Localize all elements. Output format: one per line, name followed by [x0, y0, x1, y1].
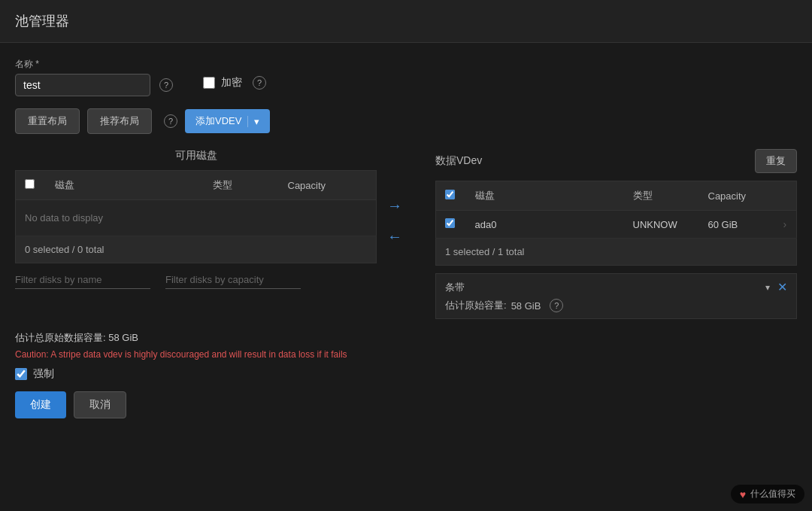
name-label: 名称 *: [15, 58, 173, 71]
two-panel: 可用磁盘 磁盘 类型 Capacity No d: [15, 149, 797, 319]
right-col-type-header: 类型: [624, 181, 699, 211]
right-col-capacity-header: Capacity: [699, 181, 774, 211]
no-data-row: No data to display: [16, 200, 377, 236]
name-field-group: 名称 * ?: [15, 58, 173, 96]
vdev-estimate-label: 估计原始容量:: [445, 299, 507, 312]
right-panel-title: 数据VDev: [435, 154, 482, 168]
right-selected-count: 1 selected / 1 total: [445, 246, 525, 257]
right-col-checkbox-header: [436, 181, 466, 211]
available-disks-table: 磁盘 类型 Capacity No data to display: [15, 170, 377, 236]
name-input[interactable]: [15, 74, 150, 96]
move-left-button[interactable]: ←: [384, 225, 405, 248]
create-button[interactable]: 创建: [15, 391, 66, 418]
arrow-column: → ←: [377, 194, 413, 248]
vdev-disk-row: ada0 UNKNOW 60 GiB ›: [436, 211, 797, 239]
left-selected-count: 0 selected / 0 total: [25, 244, 105, 255]
left-panel-header: 可用磁盘: [15, 149, 377, 163]
vdev-estimate-row: 估计原始容量: 58 GiB ?: [445, 299, 787, 312]
left-col-capacity-header: Capacity: [279, 171, 354, 200]
vdev-estimate-help-icon[interactable]: ?: [550, 299, 563, 312]
reset-button[interactable]: 重复: [755, 149, 797, 173]
filter-capacity-input[interactable]: [165, 271, 301, 289]
vdev-sub-section: 条带 ▾ ✕ 估计原始容量: 58 GiB ?: [435, 273, 797, 319]
estimate-total-row: 估计总原始数据容量: 58 GiB: [15, 331, 797, 345]
left-col-type-header: 类型: [204, 171, 279, 200]
left-col-action-header: [354, 171, 377, 200]
force-label: 强制: [33, 367, 54, 381]
recommend-layout-button[interactable]: 推荐布局: [87, 108, 152, 134]
left-select-all-checkbox[interactable]: [25, 179, 35, 189]
encrypt-checkbox[interactable]: [203, 77, 215, 89]
add-vdev-dropdown-arrow[interactable]: ▾: [247, 116, 259, 127]
right-panel-header: 数据VDev 重复: [435, 149, 797, 173]
right-panel: 数据VDev 重复 磁盘 类型 Capacity: [435, 149, 797, 319]
filter-row: [15, 271, 377, 289]
vdev-type-row: 条带 ▾ ✕: [445, 280, 787, 294]
estimate-total-label: 估计总原始数据容量:: [15, 332, 106, 343]
vdev-row-disk-cell: ada0: [466, 211, 624, 239]
move-right-button[interactable]: →: [384, 194, 405, 217]
left-col-disk-header: 磁盘: [46, 171, 204, 200]
page-title: 池管理器: [0, 0, 812, 43]
vdev-estimate-value: 58 GiB: [511, 300, 541, 312]
vdev-disks-table: 磁盘 类型 Capacity ada0 UNKNOW 60 GiB: [435, 181, 797, 239]
vdev-row-checkbox[interactable]: [445, 218, 455, 228]
encrypt-row: 加密 ?: [203, 76, 266, 90]
no-data-cell: No data to display: [16, 200, 377, 236]
force-checkbox[interactable]: [15, 368, 27, 380]
name-help-icon[interactable]: ?: [159, 78, 173, 92]
cancel-button[interactable]: 取消: [74, 391, 126, 418]
recommend-help-icon[interactable]: ?: [164, 114, 177, 128]
vdev-row-capacity-cell: 60 GiB: [699, 211, 774, 239]
left-col-checkbox-header: [16, 171, 46, 200]
encrypt-help-icon[interactable]: ?: [253, 76, 266, 90]
right-col-disk-header: 磁盘: [466, 181, 624, 211]
vdev-type-dropdown-icon[interactable]: ▾: [765, 282, 770, 293]
force-row: 强制: [15, 367, 797, 381]
right-selection-bar: 1 selected / 1 total: [435, 239, 797, 266]
reset-layout-button[interactable]: 重置布局: [15, 108, 80, 134]
vdev-row-chevron-cell[interactable]: ›: [774, 211, 797, 239]
watermark-icon: ♥: [740, 488, 746, 500]
right-col-action-header: [774, 181, 797, 211]
caution-text: Caution: A stripe data vdev is highly di…: [15, 349, 797, 360]
vdev-row-type-cell: UNKNOW: [624, 211, 699, 239]
left-selection-bar: 0 selected / 0 total: [15, 236, 377, 263]
toolbar-row: 重置布局 推荐布局 ? 添加VDEV ▾: [15, 108, 797, 134]
vdev-type-label: 条带: [445, 281, 465, 294]
watermark-text: 什么值得买: [750, 488, 795, 500]
left-panel: 可用磁盘 磁盘 类型 Capacity No d: [15, 149, 377, 289]
action-buttons: 创建 取消: [15, 391, 797, 418]
vdev-row-checkbox-cell: [436, 211, 466, 239]
chevron-right-icon: ›: [783, 218, 787, 230]
filter-name-input[interactable]: [15, 271, 150, 289]
encrypt-label: 加密: [221, 76, 242, 90]
estimate-total-value: 58 GiB: [108, 332, 138, 343]
right-select-all-checkbox[interactable]: [445, 190, 455, 199]
watermark: ♥ 什么值得买: [731, 485, 804, 503]
estimate-section: 估计总原始数据容量: 58 GiB Caution: A stripe data…: [15, 331, 797, 418]
left-panel-title: 可用磁盘: [15, 149, 377, 163]
add-vdev-button[interactable]: 添加VDEV ▾: [185, 109, 270, 133]
vdev-close-button[interactable]: ✕: [777, 280, 787, 294]
